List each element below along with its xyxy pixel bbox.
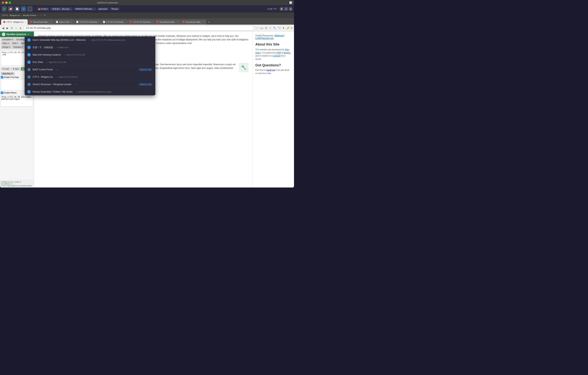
ac-item-dvwa[interactable]: 🌐 Damn Vulnerable Web App (DVWA) v1.8 ::… [25,36,155,44]
tab-close-ctf6[interactable]: ✕ [25,21,27,23]
ac-item-struts[interactable]: 🌐 Struts2 Showcase - Fileupload sample —… [25,81,155,88]
hackbar-load-btn[interactable]: ⬆ Load [1,67,10,70]
extension-btn1[interactable]: 🔧 [273,26,277,30]
ac-item-baidu[interactable]: 🌐 百度一下，你就知道 — baidu.com [25,44,155,51]
autocomplete-dropdown: 🌐 Damn Vulnerable Web App (DVWA) v1.8 ::… [25,36,155,95]
back-button[interactable]: ◀ [1,26,5,30]
browser-tabs-bar: 🔴 CTF 6 - Widgets Inc. ✕ 🔴 RoundCube Web… [0,18,294,25]
tab-close-fo[interactable]: ✕ [126,21,127,23]
about-site-text: This website was developed by Toby Victo… [255,48,291,60]
tab-172he[interactable]: 📄 172.16.70.141/inc/he... ✕ [74,19,101,25]
tab-close-idx[interactable]: ✕ [71,21,72,23]
ac-title-beef: BeEF Control Panel [32,68,53,71]
tab-roundcube1[interactable]: 🔴 RoundCube Web... ✕ [28,19,54,25]
reload-button[interactable]: ↻ [10,26,14,30]
taskbar-net-icon[interactable]: 🔒 [289,7,293,11]
taskbar-vol-icon[interactable]: 🔊 [284,7,288,11]
hackbar-other-btn[interactable]: Other ▼ [1,42,10,45]
taskbar-app-firefox[interactable]: 🦊 Firefox [37,7,49,11]
tab-favicon-co: 🔴 [130,21,132,23]
titlebar-maximize-dot[interactable] [9,1,11,4]
hackbar-payloads-btn[interactable]: Payloads ▼ [12,45,24,49]
hackbar-strings-btn[interactable]: Strings ▼ [1,45,11,49]
browser-nav-bar: ◀ ▶ ↻ ⌂ 🔒 ⋯ 📖 ⬇ ☆ 🔧 🛡 ⬇ 🔑 ≡ [0,25,294,32]
tab-index[interactable]: 📄 Index of /inc ✕ [54,19,74,25]
nav-icons: ⋯ 📖 ⬇ ☆ 🔧 🛡 ⬇ 🔑 ≡ [255,26,293,30]
hackbar-footer-source: Source: https://github.com/notdls/hackba… [1,185,33,187]
got-questions-text: Feel free to email me if you get stuck o… [255,68,291,75]
ac-item-profehks[interactable]: 🌐 Prof. Ehks — http://10.10.10.136 [25,59,155,66]
hackbar-encryption-btn[interactable]: Encryption ▼ [1,38,15,41]
titlebar-close-dot[interactable] [2,1,4,4]
taskbar-app-mousep[interactable]: *未命名1 - Mousep... [50,7,73,11]
webmail-link[interactable]: Webmail [274,34,283,37]
ac-title-profehks: Prof. Ehks [32,61,43,64]
taskbar-terminal-icon[interactable]: ⬛ [27,6,32,11]
hackbar-credits-link[interactable]: mxcx@fosec.vn [1,183,13,185]
tab-favicon-rc1: 🔴 [30,21,32,23]
enable-referer-checkbox[interactable] [1,92,3,94]
ac-item-ctf6[interactable]: 🌐 CTF 6 - Widgets Inc. — http://172.16.7… [25,73,155,81]
php-link[interactable]: PHP [277,52,281,54]
mysql-link[interactable]: MySQL [284,52,290,54]
useful-resources-label: Useful Resources: [255,34,274,37]
enable-post-data-checkbox[interactable] [1,76,3,78]
tab-close-rc2[interactable]: ✕ [177,21,178,23]
taskbar-notif-icon[interactable]: 🔔 [280,7,284,11]
taskbar-app-thunar[interactable]: Thunar [110,7,120,11]
tab-roundcube3[interactable]: 🔴 RoundCube Web... ✕ [180,19,207,25]
ac-action-beef[interactable]: Switch to Tab [138,68,153,71]
forward-button[interactable]: ▶ [6,26,9,30]
tab-roundcube2[interactable]: 🔴 RoundCube Web... ✕ [154,19,180,25]
tab-close-rc1[interactable]: ✕ [50,21,52,23]
pocket-btn[interactable]: ⬇ [264,26,268,30]
titlebar-title: kali202103 webseclab [97,1,118,4]
hackbar-dls-link[interactable]: DLS [10,181,13,183]
star-btn[interactable]: ☆ [268,26,272,30]
ac-title-nessus: Nessus Essentials / Folders / My Scans [32,90,73,93]
tab-close-rc3[interactable]: ✕ [203,21,205,23]
hackbar-strings-label: Strings [2,46,8,48]
home-button[interactable]: ⌂ [15,26,17,30]
titlebar-minimize-dot[interactable] [5,1,8,4]
autopwn-button[interactable]: Auto-Pwn ▼ [1,72,15,75]
taskbar-app-qterminal[interactable]: qterminal [97,7,109,11]
email-me-link[interactable]: email me [267,69,275,71]
browser-window: CTF 6 - Widgets Inc. - Mozilla Firefox －… [0,12,294,188]
ac-item-madirish[interactable]: 🌐 Mad Irish Hacking Academy — http://172… [25,51,155,59]
menu-button[interactable]: ≡ [291,26,293,30]
taskbar-file-icon[interactable]: 📄 [14,6,20,11]
browser-restore-btn[interactable]: □ [41,14,42,17]
taskbar-globe-icon[interactable]: 🌐 [21,6,26,11]
tab-close-he[interactable]: ✕ [100,21,101,23]
bookmark-menu-btn[interactable]: ⋯ [255,26,259,30]
tab-ctf6[interactable]: 🔴 CTF 6 - Widgets Inc. ✕ [1,19,28,25]
ac-url-struts: — [74,83,76,86]
new-tab-button[interactable]: + [207,20,212,25]
ac-icon-ctf6: 🌐 [27,75,31,79]
browser-minimize-btn[interactable]: － [36,14,39,17]
hackbar-source-link[interactable]: https://github.com/notdls/hackbar [7,185,32,187]
extension-btn3[interactable]: ⬇ [282,26,285,30]
ac-item-beef[interactable]: 🌐 BeEF Control Panel — Switch to Tab [25,66,155,73]
ac-url-baidu: — baidu.com [56,46,68,49]
about-site-title: About this Site [255,43,291,46]
tab-close-co[interactable]: ✕ [153,21,154,23]
ac-action-struts[interactable]: Switch to Tab [138,83,153,86]
extension-btn2[interactable]: 🛡 [278,26,281,30]
lampsecurity-link[interactable]: LAMPSecurity.org [255,37,273,40]
centos-link[interactable]: CentOS [273,55,280,57]
tab-172fo[interactable]: 📄 172.16.70.141/inc/fo... ✕ [101,19,127,25]
url-bar[interactable] [23,26,254,31]
browser-close-btn[interactable]: ✕ [43,14,46,17]
taskbar-app-owasp[interactable]: OWASP DirBuster ... [74,7,96,11]
reader-mode-btn[interactable]: 📖 [260,26,264,30]
ac-item-nessus[interactable]: 🌐 Nessus Essentials / Folders / My Scans… [25,88,155,95]
hackbar-xss-btn[interactable]: XSS ▼ [11,42,19,45]
tab-172co[interactable]: 🔴 172.16.70.141/inc/co... ✕ [128,19,154,25]
referer-input[interactable]: http://172.16.70.141/index.php?action=lo… [1,95,33,107]
hackbar-split-btn[interactable]: ⬇ Split [11,67,20,70]
taskbar-kali-icon[interactable]: 🐉 [1,6,7,11]
extension-btn4[interactable]: 🔑 [286,26,290,30]
taskbar-folder-icon[interactable]: 📁 [8,6,13,11]
